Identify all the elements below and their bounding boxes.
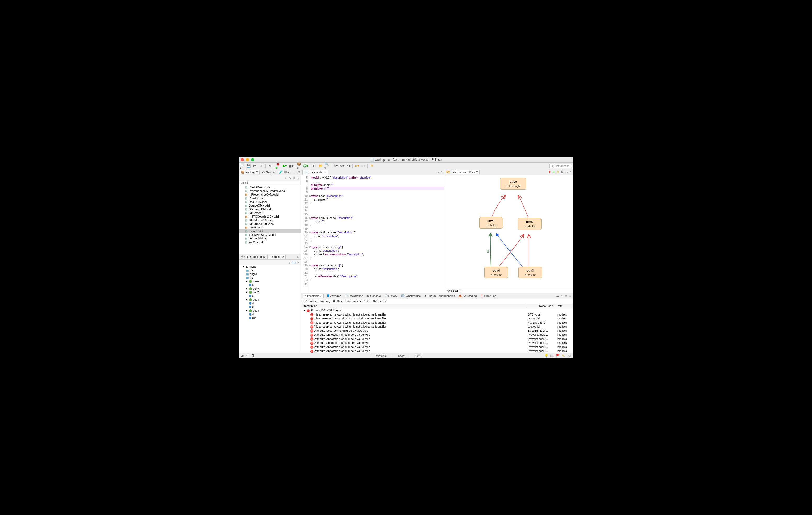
bottom-tab-problems[interactable]: ⚠ Problems ✕ [303,294,324,298]
diagram-node-dev2[interactable]: dev2c: triv:int [479,217,503,229]
package-tree-item[interactable]: ▤> STCCoords-2.0.vodsl [239,215,301,218]
problems-maximize-icon[interactable]: □ [568,294,572,298]
editor-tab-trivial[interactable]: 📄 trivial.vodsl ✕ [302,170,328,175]
package-tree-item[interactable]: ▤SourceDM.vodsl [239,204,301,207]
problem-row[interactable]: ✕} is a reserved keyword which is not al… [301,325,573,329]
diagram-maximize-icon[interactable]: □ [569,171,572,174]
outline-item[interactable]: ▼ dev3 [239,298,301,301]
status-overview-icon[interactable]: ◎ [567,354,571,358]
package-tree-item[interactable]: ▤trivial.vodsl [239,229,301,233]
package-tree-item[interactable]: ▤Readme.md [239,196,301,200]
outline-sort-icon[interactable]: a↓z [292,261,296,264]
coverage-icon[interactable]: ▣▾ [288,163,293,169]
status-tip-icon[interactable]: 💡 [544,354,548,358]
collapse-all-icon[interactable]: ⇤ [284,176,288,180]
diagram-doc-tab[interactable]: *Untitled✕ [445,288,573,293]
tab-package-explorer[interactable]: 📦 Packag ✕ [240,170,260,174]
outline-item[interactable]: ▼ 🗋 trivial [239,265,301,269]
maximize-view-icon[interactable]: □ [297,171,300,174]
problem-row[interactable]: ✕} is a reserved keyword which is not al… [301,321,573,325]
diagram-link-icon[interactable]: ⛓ [560,171,564,174]
diagram-add-icon[interactable]: ✚ [552,171,556,174]
new-class-icon[interactable]: Ⓖ▾ [303,163,309,169]
problem-row[interactable]: ✕Attribute 'annotation' should be a valu… [301,341,573,345]
tab-junit[interactable]: 🧪 JUnit [278,170,291,174]
minimize-window-button[interactable] [246,158,249,161]
diagram-node-deriv[interactable]: derivb: triv:int [518,218,542,230]
status-edit-icon[interactable]: ✎ [561,354,566,358]
pin-icon[interactable]: ✎ [369,163,374,169]
new-icon[interactable]: 📄▾ [240,163,245,169]
diagram-canvas[interactable]: ref basea: triv:angledev2c: triv:intderi… [445,175,573,288]
package-tree-item[interactable]: ▤> ProvenanceDM.vodsl [239,193,301,196]
status-book-icon[interactable]: 📖 [550,354,554,358]
tab-navigator[interactable]: 🗂 Navigat [261,171,277,174]
problems-group-row[interactable]: ▼ ✕Errors (100 of 371 items) [301,308,573,313]
diagram-node-dev3[interactable]: dev3d: triv:int [519,267,542,278]
package-tree-item[interactable]: ▤STC.vodsl [239,211,301,215]
status-icon-2[interactable]: 🗃 [245,354,250,358]
forward-icon[interactable]: ⇨▾ [360,163,366,169]
save-all-icon[interactable]: 🗃 [252,163,257,169]
quick-access-input[interactable]: Quick Access [549,164,572,169]
run-icon[interactable]: ▶▾ [282,163,287,169]
close-window-button[interactable] [241,158,244,161]
problem-row[interactable]: ✕Attribute 'annotation' should be a valu… [301,337,573,341]
outline-item[interactable]: a [239,283,301,287]
status-flag-icon[interactable]: 🚩 [556,354,560,358]
problems-table[interactable]: Description Resource ^ Path ▼ ✕Errors (1… [301,304,573,353]
open-type-icon[interactable]: 🗂 [312,163,317,169]
bottom-tab-javadoc[interactable]: 📘 Javadoc [326,294,342,298]
tab-diagram-view[interactable]: FX Diagram View ✕ [452,170,480,174]
problem-row[interactable]: ✕- is a reserved keyword which is not al… [301,313,573,317]
close-icon[interactable]: ✕ [324,171,326,174]
editor-minimize-icon[interactable]: ▭ [436,171,439,174]
package-filter-input[interactable]: vodml [240,181,300,185]
new-package-icon[interactable]: 📦▾ [297,163,302,169]
outline-item[interactable]: e [239,305,301,309]
package-tree-item[interactable]: ▤xmi2dsl.xsl [239,240,301,244]
bottom-tab-synchronize[interactable]: 🔄 Synchronize [400,294,422,298]
problem-row[interactable]: ✕; is a reserved keyword which is not al… [301,316,573,321]
search-icon[interactable]: 🔍▾ [324,163,329,169]
status-icon-1[interactable]: 🗂 [240,354,244,358]
tab-git-repositories[interactable]: 🗄 Git Repositories [240,255,266,259]
problem-row[interactable]: ✕Attribute 'annotation' should be a valu… [301,349,573,353]
col-resource[interactable]: Resource ^ [526,304,555,308]
print-icon[interactable]: 🖨 [258,163,264,169]
package-tree-item[interactable]: ▤STCTrans-2.0.vodsl [239,222,301,225]
bottom-tab-declaration[interactable]: 📄 Declaration [344,294,364,298]
diagram-node-base[interactable]: basea: triv:angle [500,178,526,189]
outline-item[interactable]: ▼ base [239,279,301,283]
outline-item[interactable]: ▼ dev2 [239,291,301,294]
outline-item[interactable]: c [239,294,301,298]
outline-item[interactable]: d [239,301,301,305]
outline-item[interactable]: ▼ deriv [239,287,301,291]
focus-icon[interactable]: ◎ [292,176,296,180]
outline-item[interactable]: d [239,312,301,316]
problem-row[interactable]: ✕Attribute 'annotation' should be a valu… [301,345,573,349]
outline-item[interactable]: ▦ int [239,276,301,279]
package-tree-item[interactable]: ▤VO-DML-STC2.vodsl [239,233,301,237]
problem-row[interactable]: ✕Attribute 'accuracy' should be a value … [301,329,573,333]
package-tree-item[interactable]: ▤STCMeas-2.0.vodsl [239,218,301,222]
skip-breakpoints-icon[interactable]: ⤳ [267,163,272,169]
col-description[interactable]: Description [301,304,526,308]
outline-item[interactable]: ▦ triv [239,269,301,272]
open-task-icon[interactable]: 📂 [318,163,323,169]
back-icon[interactable]: ⇦▾ [354,163,359,169]
diagram-minimize-icon[interactable]: ▭ [564,171,568,174]
tab-outline[interactable]: ☰ Outline ✕ [267,254,286,259]
diagram-node-dev4[interactable]: dev4d: triv:int [485,267,508,278]
problems-minimize-icon[interactable]: ▭ [564,294,568,298]
package-tree-item[interactable]: ▤SpectrumDM.vodsl [239,207,301,211]
code-content[interactable]: model triv (0.1 ) "description" author "… [310,175,445,293]
package-tree-item[interactable]: ▤PhotDM-alt.vodsl [239,185,301,189]
status-icon-3[interactable]: 🗄 [251,354,255,358]
minimize-view-icon[interactable]: ▭ [293,171,296,174]
bottom-tab-history[interactable]: 🕘 History [384,294,398,298]
package-tree-item[interactable]: ▤> test.vodsl [239,225,301,229]
titlebar[interactable]: workspace - Java - models/trivial.vodsl … [239,157,573,162]
outline-menu-icon[interactable]: ▿ [296,261,300,264]
package-explorer-tree[interactable]: ▤PhotDM-alt.vodsl▤ProvenanceDM_vodml.vod… [239,185,301,253]
